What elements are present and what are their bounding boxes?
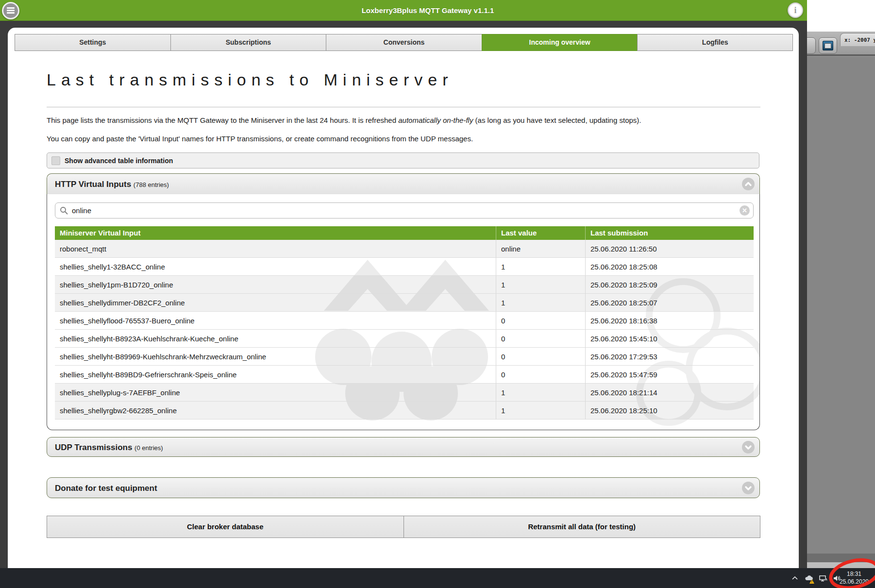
cell-last-value: 0 [496,330,585,347]
taskbar-clock[interactable]: 18:31 25.06.2020 [836,570,872,586]
cell-virtual-input: shellies_shellyrgbw2-662285_online [55,402,496,419]
clock-date: 25.06.2020 [836,578,872,586]
table-row[interactable]: shellies_shelly1pm-B1D720_online 1 25.06… [55,276,754,294]
tab-incoming-overview[interactable]: Incoming overview [482,34,638,51]
cloud-sync-warning-icon[interactable] [805,574,813,583]
intro-paragraph-1: This page lists the transmissions via th… [47,116,641,124]
search-field-wrap: ✕ [55,202,754,218]
folder-tool-button[interactable] [819,37,837,54]
cell-last-value: 1 [496,258,585,275]
background-app-canvas [807,57,875,554]
info-icon[interactable]: i [788,2,803,18]
donate-header[interactable]: Donate for test equipment [47,477,760,498]
udp-transmissions-header[interactable]: UDP Transmissions (0 entries) [47,437,760,457]
table-row[interactable]: shellies_shellyht-B89969-Kuehlschrank-Me… [55,348,754,366]
advanced-info-toggle-bar[interactable]: Show advanced table information [47,152,759,168]
cell-virtual-input: robonect_mqtt [55,240,496,257]
cell-last-value: online [496,240,585,257]
hamburger-menu-icon[interactable] [2,2,19,19]
http-virtual-inputs-header[interactable]: HTTP Virtual Inputs (788 entries) [47,173,760,194]
table-row[interactable]: shellies_shellydimmer-DB2CF2_online 1 25… [55,294,754,312]
cell-virtual-input: shellies_shelly1-32BACC_online [55,258,496,275]
virtual-inputs-table: Miniserver Virtual Input Last value Last… [55,226,754,420]
tab-bar: SettingsSubscriptionsConversionsIncoming… [15,34,793,51]
clear-search-icon[interactable]: ✕ [740,205,750,216]
page-title: Last transmissions to Miniserver [47,70,454,89]
cell-last-submission: 25.06.2020 15:47:59 [585,366,754,383]
cell-virtual-input: shellies_shellyht-B8923A-Kuehlschrank-Ku… [55,330,496,347]
advanced-info-checkbox[interactable] [51,156,60,165]
folder-icon [823,41,833,50]
cell-last-submission: 25.06.2020 18:25:09 [585,276,754,293]
cell-last-submission: 25.06.2020 18:16:38 [585,312,754,329]
intro-paragraph-2: You can copy and paste the 'Virtual Inpu… [47,134,473,143]
cell-last-submission: 25.06.2020 15:45:10 [585,330,754,347]
app-title: Loxberry3Bplus MQTT Gateway v1.1.1 [0,0,807,21]
system-tray [791,568,841,588]
action-button-row: Clear broker database Retransmit all dat… [47,516,760,538]
mqtt-gateway-window: Loxberry3Bplus MQTT Gateway v1.1.1 i Set… [0,0,807,568]
table-row[interactable]: shellies_shellyplug-s-7AEFBF_online 1 25… [55,384,754,402]
title-divider [47,107,760,107]
tray-chevron-up-icon[interactable] [791,574,799,583]
column-header-virtual-input: Miniserver Virtual Input [55,226,496,240]
retransmit-all-data-button[interactable]: Retransmit all data (for testing) [404,516,761,538]
search-input[interactable] [55,202,754,218]
cell-last-value: 1 [496,384,585,401]
table-body: robonect_mqtt online 25.06.2020 11:26:50… [55,240,754,420]
advanced-info-label: Show advanced table information [65,153,173,169]
column-header-last-submission: Last submission [585,226,754,240]
network-icon[interactable] [819,574,827,583]
table-row[interactable]: robonect_mqtt online 25.06.2020 11:26:50 [55,240,754,258]
cell-virtual-input: shellies_shellyplug-s-7AEFBF_online [55,384,496,401]
background-app-statusbar-shadow [807,554,875,562]
cell-last-submission: 25.06.2020 18:21:14 [585,384,754,401]
http-panel-entry-count: (788 entries) [134,181,169,188]
cell-last-submission: 25.06.2020 18:25:10 [585,402,754,419]
cell-virtual-input: shellies_shellydimmer-DB2CF2_online [55,294,496,311]
cell-last-submission: 25.06.2020 17:29:53 [585,348,754,365]
background-app-window: x: -2007 y: [807,0,875,588]
cell-last-value: 0 [496,312,585,329]
column-header-last-value: Last value [496,226,585,240]
tab-logfiles[interactable]: Logfiles [637,34,793,51]
background-app-toolbar: x: -2007 y: [807,32,875,56]
cell-last-value: 1 [496,402,585,419]
expand-chevron-down-icon[interactable] [742,441,755,454]
background-app-header [807,0,875,32]
clear-broker-database-button[interactable]: Clear broker database [47,516,404,538]
coordinates-label: x: -2007 y: [840,33,875,46]
table-row[interactable]: shellies_shelly1-32BACC_online 1 25.06.2… [55,258,754,276]
cell-last-value: 0 [496,348,585,365]
warning-badge-icon [809,579,814,584]
expand-chevron-down-icon[interactable] [742,482,755,494]
cell-last-submission: 25.06.2020 18:25:07 [585,294,754,311]
collapse-chevron-up-icon[interactable] [742,178,755,190]
tab-conversions[interactable]: Conversions [326,34,482,51]
screen: x: -2007 y: Loxberry3Bplus MQTT Gateway … [0,0,875,588]
table-row[interactable]: shellies_shellyht-B89BD9-Gefrierschrank-… [55,366,754,384]
cell-last-submission: 25.06.2020 11:26:50 [585,240,754,257]
cell-last-submission: 25.06.2020 18:25:08 [585,258,754,275]
cell-virtual-input: shellies_shellyflood-765537-Buero_online [55,312,496,329]
cell-last-value: 0 [496,366,585,383]
tab-settings[interactable]: Settings [15,34,170,51]
cell-last-value: 1 [496,276,585,293]
table-header-row: Miniserver Virtual Input Last value Last… [55,226,754,240]
cell-virtual-input: shellies_shellyht-B89BD9-Gefrierschrank-… [55,366,496,383]
donate-panel-title: Donate for test equipment [55,478,157,499]
http-panel-title: HTTP Virtual Inputs [55,180,131,189]
search-icon [60,206,68,215]
tab-subscriptions[interactable]: Subscriptions [170,34,326,51]
http-virtual-inputs-body: ✕ Miniserver Virtual Input Last value La… [47,194,760,430]
cell-last-value: 1 [496,294,585,311]
udp-panel-title: UDP Transmissions [55,443,132,452]
windows-taskbar: 18:31 25.06.2020 [0,568,875,588]
table-row[interactable]: shellies_shellyrgbw2-662285_online 1 25.… [55,402,754,420]
app-header-bar: Loxberry3Bplus MQTT Gateway v1.1.1 i [0,0,807,21]
table-row[interactable]: shellies_shellyht-B8923A-Kuehlschrank-Ku… [55,330,754,348]
clock-time: 18:31 [836,570,872,578]
table-row[interactable]: shellies_shellyflood-765537-Buero_online… [55,312,754,330]
background-app-statusbar [807,562,875,568]
cell-virtual-input: shellies_shelly1pm-B1D720_online [55,276,496,293]
